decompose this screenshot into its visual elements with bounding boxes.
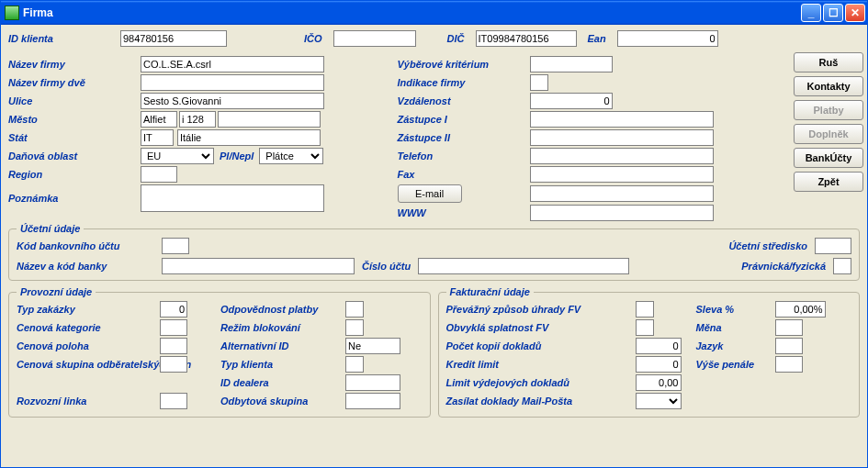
acctnum-label: Číslo účtu bbox=[362, 261, 411, 272]
taxarea-select[interactable]: EU bbox=[141, 148, 214, 164]
altid-input[interactable] bbox=[345, 338, 400, 354]
discount-label: Sleva % bbox=[696, 304, 770, 315]
senddocs-label: Zasílat doklady Mail-Pošta bbox=[446, 396, 630, 407]
senddocs-select[interactable] bbox=[636, 393, 682, 409]
issuelimit-label: Limit výdejových dokladů bbox=[446, 377, 630, 388]
rep2-input[interactable] bbox=[530, 129, 714, 146]
acctnum-input[interactable] bbox=[418, 258, 629, 274]
phone-label: Telefon bbox=[398, 150, 526, 162]
pricecat-input[interactable] bbox=[160, 319, 187, 336]
client-area: ID klienta IČO DIČ Ean Ruš Kontakty Plat… bbox=[1, 25, 867, 467]
blockmode-input[interactable] bbox=[345, 319, 364, 336]
paymethod-label: Převážný způsob úhrady FV bbox=[446, 304, 630, 315]
copies-label: Počet kopií dokladů bbox=[446, 340, 630, 351]
state-name-input[interactable] bbox=[177, 129, 321, 146]
company-name2-label: Název firmy dvě bbox=[8, 77, 137, 88]
deliveryline-input[interactable] bbox=[160, 393, 187, 409]
street-input[interactable] bbox=[141, 93, 324, 109]
region-label: Region bbox=[8, 169, 137, 180]
payments-button[interactable]: Platby bbox=[794, 100, 863, 120]
ean-label: Ean bbox=[588, 33, 606, 44]
window-title: Firma bbox=[23, 6, 801, 19]
email-input[interactable] bbox=[530, 185, 714, 202]
window-buttons: _ ☐ ✕ bbox=[801, 4, 865, 22]
salesgroup-label: Odbytová skupina bbox=[220, 396, 340, 407]
company-name-label: Název firmy bbox=[8, 59, 137, 70]
company-name-input[interactable] bbox=[141, 56, 324, 72]
pricepos-input[interactable] bbox=[160, 338, 187, 354]
pricecat-label: Cenová kategorie bbox=[17, 322, 154, 333]
id-klienta-label: ID klienta bbox=[8, 33, 109, 44]
rep1-label: Zástupce I bbox=[398, 114, 526, 125]
region-input[interactable] bbox=[141, 166, 177, 183]
pricepos-label: Cenová poloha bbox=[17, 340, 154, 351]
issuelimit-input[interactable] bbox=[636, 374, 682, 391]
dic-input[interactable] bbox=[476, 30, 577, 47]
operational-legend: Provozní údaje bbox=[17, 286, 96, 297]
paymethod-input[interactable] bbox=[636, 301, 654, 318]
ico-input[interactable] bbox=[333, 30, 416, 47]
pricegroup-input[interactable] bbox=[160, 356, 187, 373]
lang-input[interactable] bbox=[775, 338, 803, 354]
lang-label: Jazyk bbox=[696, 340, 770, 351]
bankname-input[interactable] bbox=[162, 258, 355, 274]
bottom-groups: Provozní údaje Typ zakázky Odpovědnost p… bbox=[8, 286, 860, 423]
window: Firma _ ☐ ✕ ID klienta IČO DIČ Ean Ruš K… bbox=[0, 0, 868, 468]
payer-label: Pl/Nepl bbox=[220, 150, 254, 162]
accounting-group: Účetní údaje Kód bankovního účtu Účetní … bbox=[8, 223, 860, 281]
dealerid-label: ID dealera bbox=[220, 377, 340, 388]
cancel-button[interactable]: Ruš bbox=[794, 52, 863, 72]
taxarea-label: Daňová oblast bbox=[8, 150, 137, 162]
selcrit-label: Výběrové kritérium bbox=[398, 59, 526, 70]
company-name2-input[interactable] bbox=[141, 74, 324, 91]
addon-button[interactable]: Doplněk bbox=[794, 124, 863, 144]
indfirm-input[interactable] bbox=[530, 74, 548, 91]
center-input[interactable] bbox=[815, 238, 851, 254]
www-label: WWW bbox=[398, 207, 526, 218]
rep1-input[interactable] bbox=[530, 111, 714, 128]
note-input[interactable] bbox=[141, 184, 324, 212]
payer-select[interactable]: Plátce bbox=[259, 148, 323, 164]
copies-input[interactable] bbox=[636, 338, 682, 354]
bankaccounts-button[interactable]: BankÚčty bbox=[794, 148, 863, 168]
ean-input[interactable] bbox=[617, 30, 718, 47]
fax-label: Fax bbox=[398, 169, 526, 180]
bankcode-input[interactable] bbox=[162, 238, 189, 254]
id-klienta-input[interactable] bbox=[120, 30, 227, 47]
back-button[interactable]: Zpět bbox=[794, 172, 863, 192]
titlebar: Firma _ ☐ ✕ bbox=[1, 1, 867, 25]
phone-input[interactable] bbox=[530, 148, 714, 164]
note-label: Poznámka bbox=[8, 193, 137, 204]
altid-label: Alternativní ID bbox=[220, 340, 340, 351]
ordertype-input[interactable] bbox=[160, 301, 187, 318]
rep2-label: Zástupce II bbox=[398, 132, 526, 143]
city-c-input[interactable] bbox=[218, 111, 321, 128]
pricegroup-label: Cenová skupina odběratelských cen bbox=[17, 359, 154, 370]
discount-input[interactable] bbox=[775, 301, 826, 318]
creditlimit-input[interactable] bbox=[636, 356, 682, 373]
center-label: Účetní středisko bbox=[728, 240, 807, 251]
dealerid-input[interactable] bbox=[345, 374, 400, 391]
penalty-input[interactable] bbox=[775, 356, 803, 373]
email-button[interactable]: E-mail bbox=[398, 184, 462, 203]
legal-input[interactable] bbox=[833, 258, 851, 274]
currency-input[interactable] bbox=[775, 319, 803, 336]
city-a-input[interactable] bbox=[141, 111, 177, 128]
distance-input[interactable] bbox=[530, 93, 613, 109]
clienttype-input[interactable] bbox=[345, 356, 364, 373]
operational-group: Provozní údaje Typ zakázky Odpovědnost p… bbox=[8, 286, 431, 418]
ordertype-label: Typ zakázky bbox=[17, 304, 154, 315]
invoicing-legend: Fakturační údaje bbox=[446, 286, 534, 297]
state-code-input[interactable] bbox=[141, 129, 174, 146]
www-input[interactable] bbox=[530, 205, 714, 221]
fax-input[interactable] bbox=[530, 166, 714, 183]
due-input[interactable] bbox=[636, 319, 654, 336]
contacts-button[interactable]: Kontakty bbox=[794, 76, 863, 96]
salesgroup-input[interactable] bbox=[345, 393, 400, 409]
city-b-input[interactable] bbox=[179, 111, 216, 128]
maximize-button[interactable]: ☐ bbox=[823, 4, 843, 22]
minimize-button[interactable]: _ bbox=[801, 4, 821, 22]
selcrit-input[interactable] bbox=[530, 56, 613, 72]
payresp-input[interactable] bbox=[345, 301, 364, 318]
close-button[interactable]: ✕ bbox=[845, 4, 865, 22]
